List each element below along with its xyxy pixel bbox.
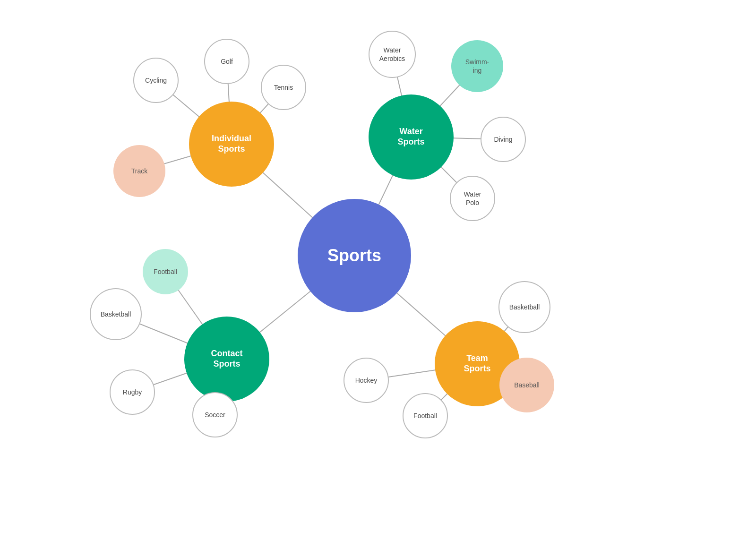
mindmap-canvas: SportsIndividualSportsGolfTennisCyclingT… [0,0,756,540]
node-soccer: Soccer [192,392,238,437]
node-cycling: Cycling [133,58,179,103]
node-diving: Diving [481,117,526,162]
node-hockey: Hockey [344,358,389,403]
node-water-sports: WaterSports [369,94,454,180]
node-water-polo: WaterPolo [450,176,495,221]
node-contact-sports: ContactSports [184,317,269,402]
node-swimm--ing: Swimm-ing [451,40,503,92]
node-football: Football [143,249,188,294]
node-golf: Golf [204,39,249,84]
node-sports: Sports [298,199,411,312]
node-baseball: Baseball [499,358,554,412]
node-track: Track [113,145,165,197]
node-individual-sports: IndividualSports [189,102,274,187]
node-rugby: Rugby [110,369,155,415]
node-football: Football [403,393,448,438]
node-tennis: Tennis [261,65,306,110]
node-basketball: Basketball [90,288,142,340]
node-basketball: Basketball [498,281,550,333]
node-water-aerobics: WaterAerobics [369,31,416,78]
